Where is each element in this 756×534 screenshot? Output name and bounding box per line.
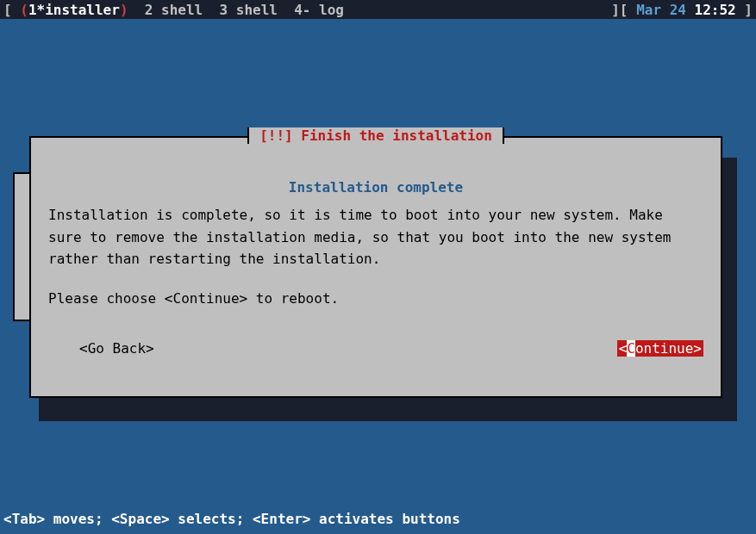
paren-open: (: [20, 2, 28, 18]
clock-time: 12:52: [686, 2, 736, 18]
dialog-body-1: Installation is complete, so it is time …: [31, 204, 721, 270]
continue-rest: ontinue>: [635, 340, 702, 357]
bracket-mid: ][: [611, 2, 636, 18]
tab-shell-3[interactable]: 3 shell: [203, 2, 278, 18]
status-right: ][ Mar 24 12:52 ]: [611, 2, 753, 18]
continue-button[interactable]: <Continue>: [617, 340, 703, 357]
tab-log[interactable]: 4- log: [278, 2, 344, 18]
dialog-subtitle: Installation complete: [31, 179, 721, 196]
tab-shell-2[interactable]: 2 shell: [128, 2, 203, 18]
bracket-open: [: [3, 2, 20, 18]
status-left: [ ( 1*installer ) 2 shell 3 shell 4- log: [3, 2, 344, 18]
button-row: <Go Back> <Continue>: [31, 340, 721, 357]
go-back-button[interactable]: <Go Back>: [79, 340, 154, 357]
dialog-title-box: [!!] Finish the installation: [247, 127, 504, 144]
tab-installer[interactable]: 1*installer: [28, 2, 120, 18]
continue-bracket-open: <: [619, 340, 628, 357]
paren-close: ): [120, 2, 128, 18]
clock-date: Mar 24: [636, 2, 686, 18]
bracket-end: ]: [736, 2, 753, 18]
dialog: [!!] Finish the installation Installatio…: [29, 136, 722, 398]
dialog-body-2: Please choose <Continue> to reboot.: [31, 288, 721, 310]
dialog-title-wrap: [!!] Finish the installation: [31, 127, 721, 144]
status-bar: [ ( 1*installer ) 2 shell 3 shell 4- log…: [0, 0, 756, 19]
continue-hotkey: C: [627, 340, 635, 357]
dialog-title: [!!] Finish the installation: [254, 127, 497, 144]
help-bar: <Tab> moves; <Space> selects; <Enter> ac…: [0, 507, 756, 534]
